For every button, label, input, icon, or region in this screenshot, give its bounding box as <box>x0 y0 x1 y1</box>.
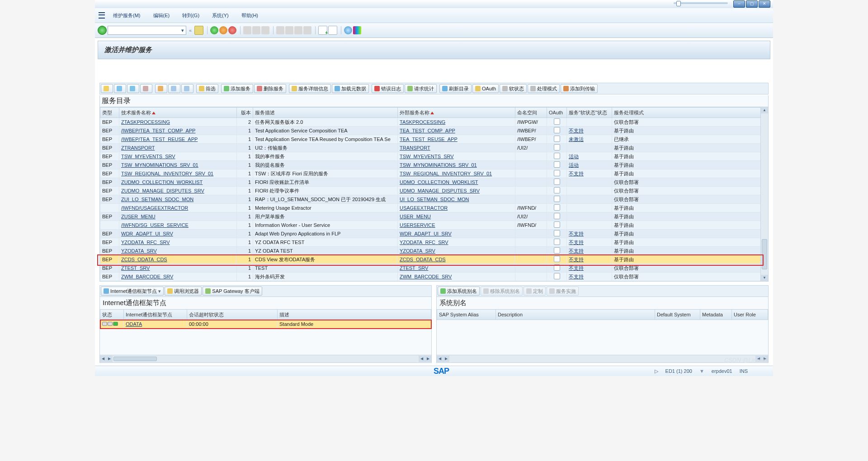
new-session-icon[interactable]: + <box>318 26 327 35</box>
cell-tech[interactable]: WDR_ADAPT_UI_SRV <box>119 230 237 238</box>
scroll-up-icon[interactable]: ▲ <box>761 107 768 113</box>
cell-tech[interactable]: YZODATA_RFC_SRV <box>119 238 237 247</box>
btn-softstate[interactable]: 软状态 <box>500 84 527 93</box>
cell-ext[interactable]: TRANSPORT <box>398 144 515 152</box>
cell-oauth[interactable] <box>547 238 567 247</box>
cell-tech[interactable]: TSW_REGIONAL_INVENTORY_SRV_01 <box>119 169 237 178</box>
cell-oauth[interactable] <box>547 152 567 161</box>
col-softstate[interactable]: 服务"软状态"状态 <box>567 108 612 118</box>
help-icon[interactable] <box>344 26 352 34</box>
icf-col-desc[interactable]: 描述 <box>278 310 431 320</box>
table-row[interactable]: BEPZWM_BARCODE_SRV1海外条码开发ZWM_BARCODE_SRV… <box>100 273 761 281</box>
menu-help[interactable]: 帮助(H) <box>241 12 258 19</box>
table-row[interactable]: BEPZTEST_SRV1TESTZTEST_SRV不支持仅联合部署 <box>100 264 761 273</box>
dropdown-icon[interactable]: ▾ <box>179 28 186 33</box>
table-row[interactable]: /IWFND/USAGEEXTRACTOR1Metering Usage Ext… <box>100 204 761 212</box>
menu-goto[interactable]: 转到(G) <box>182 12 199 19</box>
btn-layout1[interactable] <box>168 84 180 93</box>
table-row[interactable]: BEPYZODATA_SRV1YZ ODATA TESTYZODATA_SRV不… <box>100 247 761 255</box>
zoom-slider[interactable] <box>674 2 728 4</box>
btn-gw-client[interactable]: SAP Gateway 客户端 <box>203 287 262 296</box>
first-page-icon[interactable] <box>276 26 284 34</box>
btn-sort-asc[interactable] <box>114 84 126 93</box>
cell-tech[interactable]: ZUI_LO_SETMAN_SDOC_MON <box>119 195 237 204</box>
status-nav-icon[interactable]: ▷ <box>655 368 658 374</box>
find-next-icon[interactable] <box>261 26 269 34</box>
cell-ss[interactable] <box>567 118 612 127</box>
table-row[interactable]: BEP/IWBEP/TEA_TEST_COMP_APP1Test Applica… <box>100 127 761 135</box>
last-page-icon[interactable] <box>303 26 311 34</box>
alias-col-desc[interactable]: Description <box>496 310 655 320</box>
cell-ext[interactable]: UDMO_COLLECTION_WORKLIST <box>398 178 515 187</box>
menu-system[interactable]: 系统(Y) <box>212 12 229 19</box>
btn-refresh-catalog[interactable]: 刷新目录 <box>439 84 472 93</box>
alias-col-role[interactable]: User Role <box>732 310 768 320</box>
cancel-icon[interactable] <box>228 26 236 34</box>
btn-add-service[interactable]: 添加服务 <box>221 84 253 93</box>
table-row[interactable]: BEPTSW_REGIONAL_INVENTORY_SRV_011TSW：区域库… <box>100 169 761 178</box>
next-page-icon[interactable] <box>294 26 302 34</box>
cell-ss[interactable] <box>567 204 612 212</box>
cell-tech[interactable]: ZCDS_ODATA_CDS <box>119 255 237 264</box>
cell-ss[interactable] <box>567 212 612 221</box>
cell-oauth[interactable] <box>547 255 567 264</box>
table-row[interactable]: BEPZUSER_MENU1用户菜单服务USER_MENU/UI2/基于路由 <box>100 212 761 221</box>
command-field[interactable]: ▾ <box>108 26 186 35</box>
col-ns[interactable]: 命名空间 <box>515 108 547 118</box>
cell-tech[interactable]: ZWM_BARCODE_SRV <box>119 273 237 281</box>
icf-col-timeout[interactable]: 会话超时软状态 <box>187 310 278 320</box>
table-row[interactable]: BEPTSW_MYNOMINATIONS_SRV_011我的提名服务TSW_MY… <box>100 161 761 169</box>
col-ext[interactable]: 外部服务名称 <box>398 108 515 118</box>
cell-ss[interactable] <box>567 195 612 204</box>
back-icon[interactable] <box>210 26 218 34</box>
cell-ext[interactable]: USERSERVICE <box>398 221 515 230</box>
hscroll-right[interactable]: ◀▶ ◀▶ <box>437 355 768 362</box>
enter-icon[interactable] <box>98 26 107 35</box>
cell-oauth[interactable] <box>547 127 567 135</box>
cell-oauth[interactable] <box>547 118 567 127</box>
cell-ss[interactable]: 不支持 <box>567 238 612 247</box>
cell-ext[interactable]: YZODATA_SRV <box>398 247 515 255</box>
cell-ss[interactable]: 活动 <box>567 161 612 169</box>
table-row[interactable]: BEPZTRANSPORT1UI2：传输服务TRANSPORT/UI2/基于路由 <box>100 144 761 152</box>
cell-tech[interactable]: /IWFND/SG_USER_SERVICE <box>119 221 237 230</box>
cell-tech[interactable]: ZTASKPROCESSING <box>119 118 237 127</box>
table-row[interactable]: BEPTSW_MYEVENTS_SRV1我的事件服务TSW_MYEVENTS_S… <box>100 152 761 161</box>
cell-tech[interactable]: /IWBEP/TEA_TEST_COMP_APP <box>119 127 237 135</box>
cell-oauth[interactable] <box>547 195 567 204</box>
btn-load-metadata[interactable]: 加载元数据 <box>332 84 369 93</box>
table-row[interactable]: BEPZTASKPROCESSING2任务网关服务版本 2.0TASKPROCE… <box>100 118 761 127</box>
save-icon[interactable] <box>194 26 203 35</box>
cell-oauth[interactable] <box>547 221 567 230</box>
find-icon[interactable] <box>252 26 260 34</box>
table-row[interactable]: BEPZUDMO_COLLECTION_WORKLIST1FIORI 应收账款工… <box>100 178 761 187</box>
icf-col-node[interactable]: Internet通信框架节点 <box>124 310 187 320</box>
cell-ext[interactable]: TEA_TEST_COMP_APP <box>398 127 515 135</box>
table-row[interactable]: /IWFND/SG_USER_SERVICE1Information Worke… <box>100 221 761 230</box>
cell-oauth[interactable] <box>547 144 567 152</box>
cell-oauth[interactable] <box>547 212 567 221</box>
cell-tech[interactable]: YZODATA_SRV <box>119 247 237 255</box>
btn-icf-node[interactable]: Internet通信框架节点▾ <box>101 287 164 296</box>
btn-call-browser[interactable]: 调用浏览器 <box>165 287 202 296</box>
chevron-left-icon[interactable]: « <box>189 28 192 33</box>
cell-ext[interactable]: UDMO_MANAGE_DISPUTES_SRV <box>398 187 515 195</box>
col-desc[interactable]: 服务描述 <box>253 108 398 118</box>
cell-ss[interactable] <box>567 178 612 187</box>
btn-details[interactable] <box>101 84 113 93</box>
prev-page-icon[interactable] <box>285 26 293 34</box>
exit-icon[interactable] <box>219 26 227 34</box>
hscroll-left[interactable]: ◀▶ ◀▶ <box>100 355 431 362</box>
cell-ext[interactable]: USAGEEXTRACTOR <box>398 204 515 212</box>
cell-ss[interactable]: 不支持 <box>567 264 612 273</box>
btn-filter[interactable]: 筛选 <box>196 84 218 93</box>
table-row[interactable]: BEPZUDMO_MANAGE_DISPUTES_SRV1FIORI 处理争议事… <box>100 187 761 195</box>
col-tech[interactable]: 技术服务名称 <box>119 108 237 118</box>
cell-ss[interactable] <box>567 144 612 152</box>
btn-layout2[interactable] <box>181 84 193 93</box>
btn-add-alias[interactable]: 添加系统别名 <box>438 287 480 296</box>
icf-row[interactable]: ODATA 00:00:00 Standard Mode <box>100 320 431 329</box>
cell-oauth[interactable] <box>547 264 567 273</box>
cell-oauth[interactable] <box>547 273 567 281</box>
cell-oauth[interactable] <box>547 230 567 238</box>
